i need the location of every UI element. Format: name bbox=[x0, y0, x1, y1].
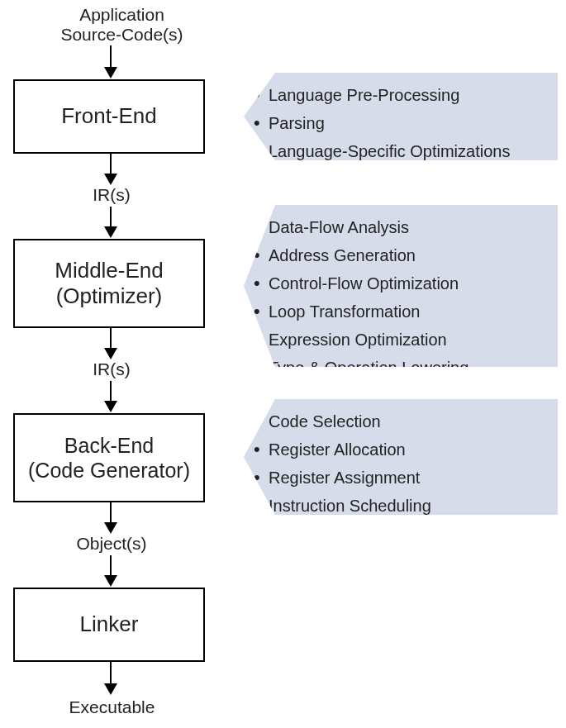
callout-middle-end: Data-Flow Analysis Address Generation Co… bbox=[244, 205, 558, 367]
callout-back-end-list: Code Selection Register Allocation Regis… bbox=[244, 399, 558, 528]
arrow-backend-to-objects bbox=[110, 502, 112, 524]
arrow-ir1-to-middleend bbox=[110, 207, 112, 228]
arrow-objects-to-linker bbox=[110, 555, 112, 577]
label-ir-2: IR(s) bbox=[91, 359, 132, 379]
arrowhead-linker-to-executable bbox=[104, 683, 117, 695]
arrowhead-source-to-frontend bbox=[104, 67, 117, 79]
stage-front-end: Front-End bbox=[13, 79, 205, 154]
list-item: Instruction Scheduling bbox=[269, 492, 543, 520]
list-item: Language-Specific Optimizations bbox=[269, 137, 543, 165]
stage-linker-label: Linker bbox=[80, 611, 139, 637]
list-item: Address Generation bbox=[269, 241, 543, 269]
arrowhead-backend-to-objects bbox=[104, 522, 117, 534]
list-item: Data-Flow Analysis bbox=[269, 213, 543, 241]
list-item: Language Pre-Processing bbox=[269, 81, 543, 109]
label-objects: Object(s) bbox=[66, 534, 157, 554]
arrowhead-objects-to-linker bbox=[104, 575, 117, 587]
list-item: Register Allocation bbox=[269, 435, 543, 464]
arrow-source-to-frontend bbox=[110, 45, 112, 69]
arrowhead-ir2-to-backend bbox=[104, 401, 117, 412]
list-item: Type & Operation Lowering bbox=[269, 354, 543, 382]
diagram-canvas: Application Source-Code(s) Front-End Lan… bbox=[0, 0, 566, 728]
arrow-middleend-to-ir2 bbox=[110, 328, 112, 350]
arrowhead-frontend-to-ir1 bbox=[104, 174, 117, 185]
callout-middle-end-list: Data-Flow Analysis Address Generation Co… bbox=[244, 205, 558, 391]
stage-middle-end: Middle-End (Optimizer) bbox=[13, 239, 205, 328]
list-item: Loop Transformation bbox=[269, 297, 543, 326]
callout-front-end: Language Pre-Processing Parsing Language… bbox=[244, 73, 558, 160]
callout-back-end: Code Selection Register Allocation Regis… bbox=[244, 399, 558, 515]
list-item: Control-Flow Optimization bbox=[269, 269, 543, 297]
list-item: Register Assignment bbox=[269, 464, 543, 492]
arrow-ir2-to-backend bbox=[110, 381, 112, 402]
list-item: Expression Optimization bbox=[269, 326, 543, 354]
list-item: Code Selection bbox=[269, 407, 543, 435]
stage-back-end-label: Back-End (Code Generator) bbox=[28, 433, 190, 483]
label-ir-1: IR(s) bbox=[91, 185, 132, 205]
stage-linker: Linker bbox=[13, 588, 205, 662]
callout-front-end-list: Language Pre-Processing Parsing Language… bbox=[244, 73, 558, 174]
arrow-frontend-to-ir1 bbox=[110, 154, 112, 175]
stage-front-end-label: Front-End bbox=[61, 103, 157, 129]
label-executable: Executable bbox=[64, 697, 159, 717]
arrowhead-ir1-to-middleend bbox=[104, 226, 117, 238]
label-application-source: Application Source-Code(s) bbox=[41, 5, 202, 45]
list-item: Parsing bbox=[269, 109, 543, 137]
stage-middle-end-label: Middle-End (Optimizer) bbox=[55, 258, 164, 309]
arrowhead-middleend-to-ir2 bbox=[104, 348, 117, 359]
arrow-linker-to-executable bbox=[110, 662, 112, 685]
stage-back-end: Back-End (Code Generator) bbox=[13, 413, 205, 502]
